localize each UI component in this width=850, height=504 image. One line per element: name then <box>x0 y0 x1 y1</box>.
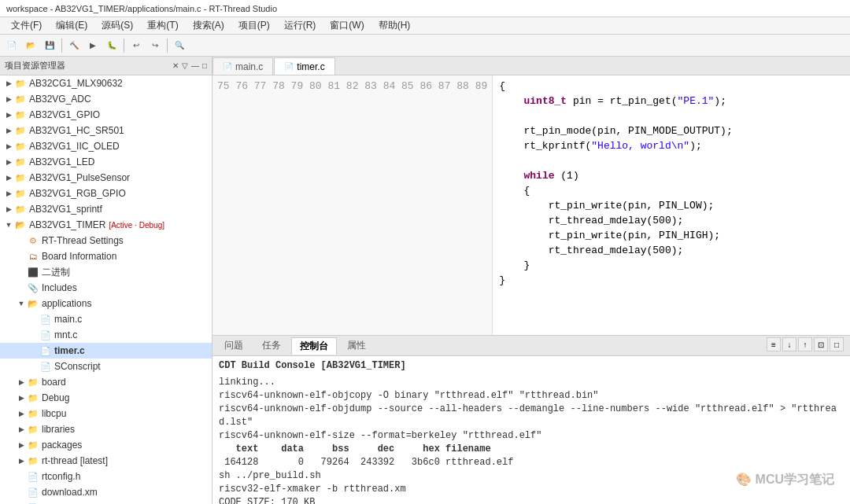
menu-item[interactable]: 帮助(H) <box>372 17 417 34</box>
tree-item-includes[interactable]: 📎Includes <box>0 280 212 296</box>
left-panel: 项目资源管理器 ✕ ▽ — □ ▶📁AB32CG1_MLX90632▶📁AB32… <box>0 57 213 504</box>
console-tab-tasks[interactable]: 任务 <box>253 337 290 355</box>
console-toolbar-btn1[interactable]: ≡ <box>767 337 781 351</box>
tab-label-timerc: timer.c <box>297 61 324 72</box>
tab-label-mainc: main.c <box>235 61 263 72</box>
tree-item-led[interactable]: ▶📁AB32VG1_LED <box>0 154 212 170</box>
tree-item-downloadxm[interactable]: 📄download.xm <box>0 484 212 500</box>
file-tree: ▶📁AB32CG1_MLX90632▶📁AB32VG_ADC▶📁AB32VG1_… <box>0 75 212 504</box>
tree-arrow-pulse[interactable]: ▶ <box>3 174 14 182</box>
tree-item-timer[interactable]: ▼📂AB32VG1_TIMER[Active · Debug] <box>0 217 212 233</box>
tree-arrow-packages[interactable]: ▶ <box>16 441 27 449</box>
tree-item-mntc[interactable]: 📄mnt.c <box>0 327 212 343</box>
tree-item-timerc[interactable]: 📄timer.c <box>0 343 212 359</box>
console-tab-problems[interactable]: 问题 <box>216 337 252 355</box>
panel-max-icon[interactable]: □ <box>202 61 207 70</box>
tree-arrow-hcsr501[interactable]: ▶ <box>3 127 14 134</box>
tree-item-rtthread[interactable]: ▶📁rt-thread [latest] <box>0 453 212 469</box>
tree-label-hcsr501: AB32VG1_HC_SR501 <box>29 125 124 136</box>
panel-min-icon[interactable]: — <box>191 61 199 70</box>
tree-icon-includes: 📎 <box>27 283 39 293</box>
code-content[interactable]: { uint8_t pin = rt_pin_get("PE.1"); rt_p… <box>493 75 850 335</box>
tree-item-libcpu[interactable]: ▶📁libcpu <box>0 406 212 421</box>
tree-arrow-mlx90632[interactable]: ▶ <box>3 79 14 87</box>
console-tabs: ≡ ↓ ↑ ⊡ □ 问题任务控制台属性 <box>213 336 850 356</box>
tree-item-hcsr501[interactable]: ▶📁AB32VG1_HC_SR501 <box>0 123 212 138</box>
tree-item-libraries[interactable]: ▶📁libraries <box>0 421 212 437</box>
tree-label-mntc: mnt.c <box>54 329 77 340</box>
console-toolbar-btn2[interactable]: ↓ <box>782 337 796 351</box>
tree-item-headerbin[interactable]: 📄header.bin <box>0 500 212 504</box>
tree-item-debug[interactable]: ▶📁Debug <box>0 390 212 406</box>
menu-item[interactable]: 搜索(A) <box>187 17 231 34</box>
tree-item-applications[interactable]: ▼📂applications <box>0 296 212 311</box>
editor-tab-timerc[interactable]: 📄timer.c <box>274 57 334 75</box>
toolbar-debug[interactable]: 🐛 <box>103 37 120 54</box>
panel-collapse-icon[interactable]: ✕ <box>172 61 179 70</box>
editor-tab-mainc[interactable]: 📄main.c <box>213 57 273 75</box>
toolbar-undo[interactable]: ↩ <box>128 37 145 54</box>
tree-item-packages[interactable]: ▶📁packages <box>0 437 212 453</box>
tree-item-iic[interactable]: ▶📁AB32VG1_IIC_OLED <box>0 138 212 154</box>
tree-item-rgb[interactable]: ▶📁AB32VG1_RGB_GPIO <box>0 186 212 201</box>
code-editor[interactable]: 75 76 77 78 79 80 81 82 83 84 85 86 87 8… <box>213 75 850 335</box>
tree-item-boardinfo[interactable]: 🗂Board Information <box>0 248 212 264</box>
tree-arrow-adc[interactable]: ▶ <box>3 95 14 103</box>
menu-item[interactable]: 源码(S) <box>95 17 139 34</box>
tree-arrow-applications[interactable]: ▼ <box>16 300 27 307</box>
tree-item-sconscript[interactable]: 📄SConscript <box>0 359 212 374</box>
console-content: CDT Build Console [AB32VG1_TIMER] linkin… <box>213 356 850 504</box>
toolbar-save[interactable]: 💾 <box>41 37 58 54</box>
console-tab-console[interactable]: 控制台 <box>291 337 337 355</box>
tree-item-binary[interactable]: ⬛二进制 <box>0 264 212 280</box>
tree-arrow-iic[interactable]: ▶ <box>3 142 14 150</box>
tree-arrow-board[interactable]: ▶ <box>16 378 27 386</box>
tree-arrow-libraries[interactable]: ▶ <box>16 425 27 433</box>
tree-icon-libcpu: 📁 <box>27 409 39 419</box>
tree-label-rtthread: rt-thread [latest] <box>42 455 108 466</box>
tree-label-rgb: AB32VG1_RGB_GPIO <box>29 188 126 199</box>
console-line: sh ../pre_build.sh <box>219 469 844 483</box>
menu-item[interactable]: 运行(R) <box>278 17 323 34</box>
console-line: riscv64-unknown-elf-size --format=berkel… <box>219 429 844 443</box>
tree-item-sprintf[interactable]: ▶📁AB32VG1_sprintf <box>0 201 212 217</box>
tree-item-rtsettings[interactable]: ⚙RT-Thread Settings <box>0 233 212 248</box>
tree-arrow-sprintf[interactable]: ▶ <box>3 205 14 213</box>
tree-arrow-rtthread[interactable]: ▶ <box>16 457 27 465</box>
tree-icon-rgb: 📁 <box>14 189 27 199</box>
tree-arrow-rgb[interactable]: ▶ <box>3 189 14 197</box>
menu-item[interactable]: 编辑(E) <box>50 17 94 34</box>
menu-item[interactable]: 项目(P) <box>232 17 276 34</box>
tree-item-adc[interactable]: ▶📁AB32VG_ADC <box>0 91 212 107</box>
toolbar-run[interactable]: ▶ <box>84 37 102 54</box>
tree-arrow-led[interactable]: ▶ <box>3 158 14 166</box>
console-toolbar-btn4[interactable]: ⊡ <box>814 337 828 351</box>
tree-arrow-libcpu[interactable]: ▶ <box>16 410 27 418</box>
tree-item-board[interactable]: ▶📁board <box>0 374 212 390</box>
tree-item-rtconfigh[interactable]: 📄rtconfig.h <box>0 469 212 484</box>
menu-item[interactable]: 文件(F) <box>5 17 48 34</box>
tree-arrow-timer[interactable]: ▼ <box>3 221 14 229</box>
tree-item-mainc[interactable]: 📄main.c <box>0 311 212 327</box>
toolbar-open[interactable]: 📂 <box>22 37 39 54</box>
menu-item[interactable]: 重构(T) <box>141 17 184 34</box>
toolbar: 📄 📂 💾 🔨 ▶ 🐛 ↩ ↪ 🔍 <box>0 35 850 57</box>
toolbar-redo[interactable]: ↪ <box>146 37 164 54</box>
toolbar-new[interactable]: 📄 <box>3 37 20 54</box>
console-toolbar-btn5[interactable]: □ <box>830 337 844 351</box>
toolbar-search[interactable]: 🔍 <box>171 37 188 54</box>
tree-icon-pulse: 📁 <box>14 173 27 183</box>
menu-item[interactable]: 窗口(W) <box>323 17 370 34</box>
tree-item-mlx90632[interactable]: ▶📁AB32CG1_MLX90632 <box>0 75 212 91</box>
tree-arrow-gpio[interactable]: ▶ <box>3 111 14 119</box>
console-toolbar-btn3[interactable]: ↑ <box>798 337 812 351</box>
tree-item-gpio[interactable]: ▶📁AB32VG1_GPIO <box>0 107 212 123</box>
tree-icon-gpio: 📁 <box>14 110 27 120</box>
tree-item-pulse[interactable]: ▶📁AB32VG1_PulseSensor <box>0 170 212 186</box>
console-tab-properties[interactable]: 属性 <box>338 337 375 355</box>
panel-menu-icon[interactable]: ▽ <box>182 61 188 70</box>
title-bar: workspace - AB32VG1_TIMER/applications/m… <box>0 0 850 17</box>
tree-arrow-debug[interactable]: ▶ <box>16 394 27 402</box>
console-area: ≡ ↓ ↑ ⊡ □ 问题任务控制台属性 CDT Build Console [A… <box>213 335 850 504</box>
toolbar-build[interactable]: 🔨 <box>65 37 83 54</box>
